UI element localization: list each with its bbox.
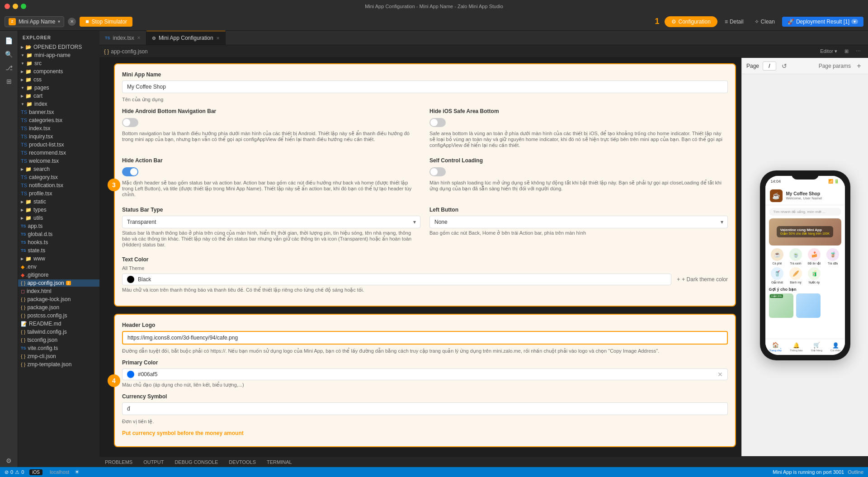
status-bar-select[interactable]: Transparent Hidden: [122, 216, 420, 228]
tree-item[interactable]: TS global.d.ts: [18, 230, 99, 238]
tree-item[interactable]: ◆ .gitignore: [18, 271, 99, 279]
tree-item[interactable]: TS banner.tsx: [18, 108, 99, 116]
tab-terminal[interactable]: TERMINAL: [261, 457, 297, 467]
hide-ios-toggle[interactable]: [429, 118, 446, 127]
close-tab-icon[interactable]: ✕: [137, 35, 141, 40]
category-item-giai-khat[interactable]: 🥤 Giải khát: [769, 267, 786, 284]
add-dark-theme-button[interactable]: + + Dark theme color: [677, 276, 728, 283]
tree-item[interactable]: TS vite.config.ts: [18, 344, 99, 352]
tree-item[interactable]: ◆ .env: [18, 263, 99, 271]
tree-item[interactable]: TS product-list.tsx: [18, 141, 99, 149]
stop-simulator-button[interactable]: Stop Simulator: [80, 17, 132, 27]
configuration-button[interactable]: ⚙ Configuration: [665, 16, 717, 27]
editor-mode-button[interactable]: Editor ▾: [817, 47, 840, 55]
localhost-label[interactable]: localhost: [50, 469, 69, 475]
tree-item[interactable]: { } package-lock.json: [18, 295, 99, 303]
tree-item[interactable]: { } tailwind.config.js: [18, 328, 99, 336]
tree-item[interactable]: { } zmp-template.json: [18, 360, 99, 368]
tree-item[interactable]: 📝 README.md: [18, 320, 99, 328]
tree-item[interactable]: ◻ index.html: [18, 287, 99, 295]
layout-button[interactable]: ⊞: [842, 47, 851, 55]
tree-item[interactable]: ▶ 📁 static: [18, 198, 99, 206]
tree-item[interactable]: ▼ 📁 src: [18, 59, 99, 67]
category-item-tra-sua[interactable]: 🧋 Trà sữa: [825, 248, 841, 265]
extensions-icon[interactable]: ⊞: [3, 75, 15, 88]
mini-app-name-input[interactable]: [122, 80, 728, 93]
close-window-icon[interactable]: [5, 4, 10, 9]
tree-item[interactable]: TS categories.tsx: [18, 116, 99, 124]
tree-item[interactable]: TS category.tsx: [18, 173, 99, 181]
tab-index[interactable]: TS index.tsx ✕: [99, 31, 146, 45]
product-card-2[interactable]: [796, 293, 821, 318]
search-icon[interactable]: 🔍: [3, 48, 15, 61]
tab-problems[interactable]: PROBLEMS: [99, 457, 138, 467]
tree-item[interactable]: ▼ 📁 mini-app-name: [18, 51, 99, 59]
ios-badge[interactable]: iOS: [29, 469, 42, 475]
detail-button[interactable]: ≡ Detail: [721, 17, 747, 27]
app-selector[interactable]: Z Mini App Name ▾: [5, 16, 64, 27]
tree-item[interactable]: TS app.ts: [18, 222, 99, 230]
clear-color-icon[interactable]: ✕: [717, 371, 723, 378]
nav-cart[interactable]: 🛒 Giỏ hàng: [811, 342, 822, 352]
tree-item[interactable]: TS notification.tsx: [18, 181, 99, 189]
more-options-button[interactable]: ⋯: [853, 47, 863, 55]
config-editor[interactable]: 3 Mini App Name Tên của ứng dụng Hide An…: [99, 58, 741, 456]
header-logo-input[interactable]: [122, 331, 728, 345]
nav-home[interactable]: 🏠 Trang chủ: [769, 342, 782, 352]
nav-profile[interactable]: 👤 Cá nhân: [830, 342, 841, 352]
tree-item[interactable]: ▶ 📁 search: [18, 165, 99, 173]
tree-item[interactable]: ▶ 📁 www: [18, 255, 99, 263]
tab-output[interactable]: OUTPUT: [138, 457, 169, 467]
tree-item[interactable]: ▶ 📂 OPENED EDITORS: [18, 43, 99, 51]
app-config-item[interactable]: { } app-config.json 2: [18, 279, 99, 287]
settings-icon[interactable]: ⚙: [3, 454, 15, 467]
text-color-picker[interactable]: Black: [122, 274, 671, 285]
tree-item[interactable]: ▼ 📁 pages: [18, 84, 99, 92]
category-item-banh-my[interactable]: 🥖 Bánh mỳ: [788, 267, 804, 284]
category-item-tra-xanh[interactable]: 🍵 Trà xanh: [788, 248, 804, 265]
page-input[interactable]: [763, 61, 776, 71]
tree-item[interactable]: ▶ 📁 types: [18, 206, 99, 214]
tree-item[interactable]: { } package.json: [18, 303, 99, 312]
deployment-button[interactable]: 🚀 Deployment Result [1] ▾: [782, 17, 863, 27]
tree-item[interactable]: TS recommend.tsx: [18, 149, 99, 157]
tree-item[interactable]: ▼ 📁 index: [18, 100, 99, 108]
category-item-cafe[interactable]: ☕ Cà phê: [769, 248, 786, 265]
tree-item[interactable]: TS state.ts: [18, 246, 99, 255]
self-control-toggle[interactable]: [429, 167, 446, 176]
primary-color-picker[interactable]: #006af5 ✕: [122, 368, 728, 380]
tab-config[interactable]: ⚙ Mini App Configuration ✕: [146, 31, 226, 45]
clean-button[interactable]: ✧ Clean: [751, 17, 778, 27]
hide-android-toggle[interactable]: [122, 118, 138, 127]
currency-input[interactable]: [122, 402, 728, 415]
tree-item[interactable]: ▶ 📁 utils: [18, 214, 99, 222]
tab-devtools[interactable]: DEVTOOLS: [223, 457, 261, 467]
tree-item[interactable]: { } zmp-cli.json: [18, 352, 99, 360]
tree-item[interactable]: TS profile.tsx: [18, 189, 99, 198]
tree-item[interactable]: TS inquiry.tsx: [18, 132, 99, 141]
minimize-window-icon[interactable]: [13, 4, 18, 9]
tree-item[interactable]: { } tsconfig.json: [18, 336, 99, 344]
tree-item[interactable]: TS index.tsx: [18, 124, 99, 132]
left-button-select[interactable]: None Back Home: [429, 216, 728, 228]
tab-debug-console[interactable]: DEBUG CONSOLE: [169, 457, 223, 467]
tree-item[interactable]: ▶ 📁 css: [18, 76, 99, 84]
category-item-nuoc-ep[interactable]: 🧃 Nước ép: [806, 267, 823, 284]
nav-notification[interactable]: 🔔 Thông báo: [790, 342, 803, 352]
tree-item[interactable]: TS hooks.ts: [18, 238, 99, 246]
page-params-label[interactable]: Page params: [819, 63, 851, 69]
close-tab-icon[interactable]: ✕: [216, 36, 220, 41]
phone-search-bar[interactable]: Tìm nhanh đồ uống, món mới ...: [769, 208, 841, 216]
category-item-do-an-vat[interactable]: 🍰 Đồ ăn vặt: [806, 248, 823, 265]
tree-item[interactable]: TS welcome.tsx: [18, 157, 99, 165]
product-card-1[interactable]: GIẢM 20%: [769, 293, 793, 318]
maximize-window-icon[interactable]: [21, 4, 26, 9]
tree-item[interactable]: ▶ 📁 cart: [18, 92, 99, 100]
error-count[interactable]: ⊘ 0 ⚠ 0: [5, 469, 24, 475]
hide-action-bar-toggle[interactable]: [122, 167, 138, 176]
tree-item[interactable]: ▶ 📁 components: [18, 67, 99, 76]
tree-item[interactable]: { } postcss.config.js: [18, 312, 99, 320]
add-param-icon[interactable]: +: [854, 61, 863, 71]
close-app-button[interactable]: ✕: [68, 18, 76, 26]
files-icon[interactable]: 📄: [3, 34, 15, 47]
